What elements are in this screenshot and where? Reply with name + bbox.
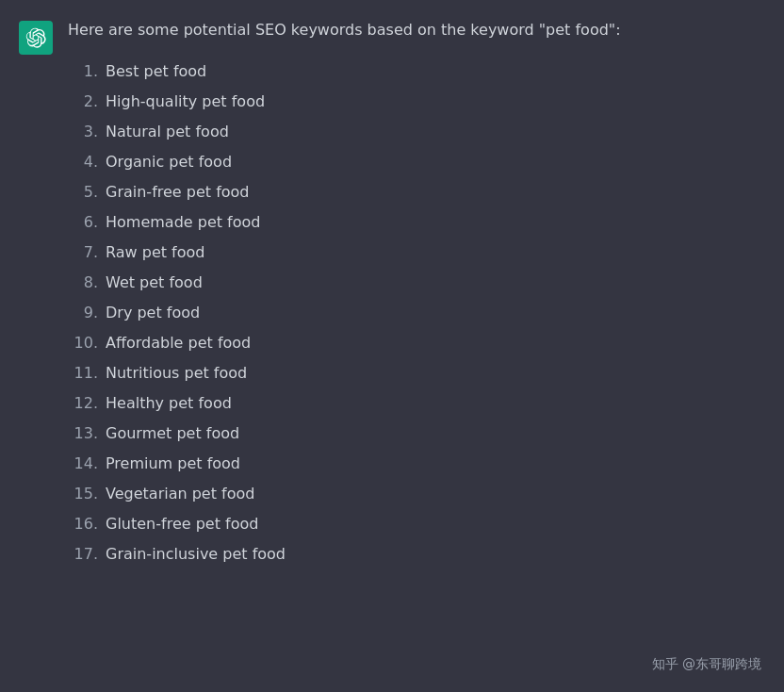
item-number: 8. xyxy=(68,270,98,296)
list-item: 1.Best pet food xyxy=(68,57,761,87)
item-text: Premium pet food xyxy=(106,451,240,477)
message-row: Here are some potential SEO keywords bas… xyxy=(19,19,761,569)
item-text: Grain-free pet food xyxy=(106,179,250,206)
item-number: 3. xyxy=(68,119,98,145)
list-item: 8.Wet pet food xyxy=(68,268,761,298)
item-text: Grain-inclusive pet food xyxy=(106,541,286,568)
watermark: 知乎 @东哥聊跨境 xyxy=(652,656,761,673)
intro-text: Here are some potential SEO keywords bas… xyxy=(68,19,761,41)
list-item: 13.Gourmet pet food xyxy=(68,419,761,449)
item-number: 12. xyxy=(68,390,98,417)
keyword-list: 1.Best pet food2.High-quality pet food3.… xyxy=(68,57,761,569)
item-number: 9. xyxy=(68,300,98,326)
list-item: 11.Nutritious pet food xyxy=(68,358,761,388)
list-item: 16.Gluten-free pet food xyxy=(68,509,761,539)
item-text: Nutritious pet food xyxy=(106,360,247,387)
item-text: Dry pet food xyxy=(106,300,200,326)
list-item: 10.Affordable pet food xyxy=(68,328,761,358)
item-number: 5. xyxy=(68,179,98,206)
item-text: Organic pet food xyxy=(106,149,232,175)
item-text: Wet pet food xyxy=(106,270,203,296)
list-item: 7.Raw pet food xyxy=(68,238,761,268)
chat-container: Here are some potential SEO keywords bas… xyxy=(0,0,784,692)
list-item: 5.Grain-free pet food xyxy=(68,177,761,207)
item-number: 11. xyxy=(68,360,98,387)
item-text: Raw pet food xyxy=(106,239,204,266)
list-item: 4.Organic pet food xyxy=(68,147,761,177)
list-item: 6.Homemade pet food xyxy=(68,207,761,238)
item-number: 13. xyxy=(68,420,98,447)
item-text: Gluten-free pet food xyxy=(106,511,258,537)
list-item: 15.Vegetarian pet food xyxy=(68,479,761,509)
item-text: Affordable pet food xyxy=(106,330,251,356)
item-text: Best pet food xyxy=(106,58,206,85)
item-text: Vegetarian pet food xyxy=(106,481,254,507)
list-item: 12.Healthy pet food xyxy=(68,388,761,419)
message-content: Here are some potential SEO keywords bas… xyxy=(68,19,761,569)
item-text: Natural pet food xyxy=(106,119,229,145)
list-item: 17.Grain-inclusive pet food xyxy=(68,539,761,569)
chatgpt-avatar xyxy=(19,21,53,55)
list-item: 14.Premium pet food xyxy=(68,449,761,479)
item-text: Gourmet pet food xyxy=(106,420,239,447)
list-item: 2.High-quality pet food xyxy=(68,87,761,117)
item-number: 10. xyxy=(68,330,98,356)
item-text: Homemade pet food xyxy=(106,209,260,236)
item-number: 16. xyxy=(68,511,98,537)
item-text: High-quality pet food xyxy=(106,89,265,115)
item-text: Healthy pet food xyxy=(106,390,232,417)
item-number: 14. xyxy=(68,451,98,477)
list-item: 3.Natural pet food xyxy=(68,117,761,147)
item-number: 6. xyxy=(68,209,98,236)
item-number: 2. xyxy=(68,89,98,115)
list-item: 9.Dry pet food xyxy=(68,298,761,328)
item-number: 1. xyxy=(68,58,98,85)
item-number: 4. xyxy=(68,149,98,175)
item-number: 17. xyxy=(68,541,98,568)
item-number: 7. xyxy=(68,239,98,266)
item-number: 15. xyxy=(68,481,98,507)
